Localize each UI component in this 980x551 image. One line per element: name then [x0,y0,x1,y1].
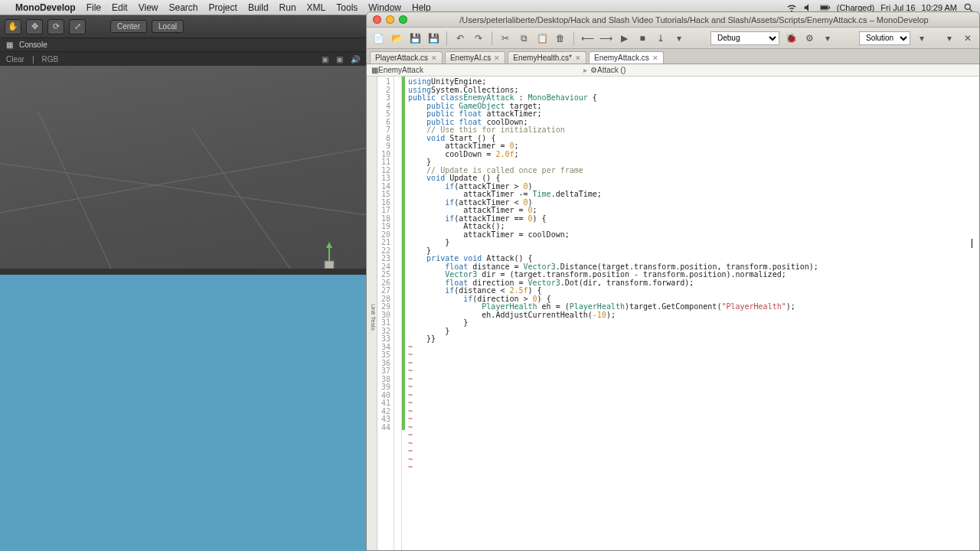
menu-project[interactable]: Project [209,2,237,13]
redo-icon[interactable]: ↷ [472,31,485,45]
monodevelop-window: /Users/peterlaliberte/Desktop/Hack and S… [366,11,980,551]
console-rgb[interactable]: RGB [42,55,59,64]
chevron-down-icon[interactable]: ▾ [915,31,929,45]
menubar-time: 10:29 AM [922,3,957,12]
hand-tool[interactable]: ✋ [5,19,21,34]
pivot-toggle[interactable]: Center [110,20,147,33]
unity-console-tab-row: ▦Console [0,38,366,52]
svg-point-3 [965,4,970,9]
scene-view[interactable] [0,66,366,269]
build-icon[interactable]: ▶ [617,31,631,45]
debug-icon2[interactable]: ⚙ [802,31,816,45]
svg-rect-1 [821,6,828,9]
editor-area: Unit Tests 1 2 3 4 5 6 7 8 9 10 11 12 13… [367,77,979,550]
console-tab[interactable]: Console [19,41,47,49]
editor-tab-row: PlayerAttack.cs✕EnemyAI.cs✕EnemyHealth.c… [367,49,979,64]
menu-edit[interactable]: Edit [112,2,128,13]
tab-close-icon[interactable]: ✕ [652,54,658,62]
window-title: /Users/peterlaliberte/Desktop/Hack and S… [415,15,973,24]
transform-gizmo[interactable] [322,242,345,269]
chevron-down-icon[interactable]: ▾ [672,31,686,45]
text-cursor [972,239,972,248]
save-icon[interactable]: 💾 [408,31,422,45]
nav-fwd-icon[interactable]: ⟶ [599,31,612,45]
console-clear[interactable]: Clear [6,55,24,64]
svg-line-4 [970,8,972,11]
tab-enemyaics[interactable]: EnemyAI.cs✕ [445,51,505,64]
close-icon[interactable]: ✕ [961,31,975,45]
undo-icon[interactable]: ↶ [453,31,467,45]
chevron-down-icon[interactable]: ▾ [821,31,835,45]
titlebar: /Users/peterlaliberte/Desktop/Hack and S… [367,12,979,28]
solution-select[interactable]: Solution [859,31,910,45]
tab-enemyattackcs[interactable]: EnemyAttack.cs✕ [589,51,664,64]
tab-close-icon[interactable]: ✕ [431,54,437,62]
stop-icon[interactable]: ■ [635,31,649,45]
delete-icon[interactable]: 🗑 [554,31,567,45]
breadcrumb-class[interactable]: EnemyAttack [378,66,423,74]
config-select[interactable]: Debug [710,31,779,45]
unity-window: ✋ ✥ ⟳ ⤢ Center Local ▦Console Clear | RG… [0,15,366,551]
side-panel-tab[interactable]: Unit Tests [367,77,377,550]
menu-tools[interactable]: Tools [336,2,358,13]
tab-close-icon[interactable]: ✕ [575,54,581,62]
unity-toolbar: ✋ ✥ ⟳ ⤢ Center Local [0,15,366,38]
breadcrumb[interactable]: ▦ EnemyAttack ▸ ⚙ Attack () [367,64,979,77]
cut-icon[interactable]: ✂ [498,31,512,45]
svg-rect-7 [325,261,334,269]
console-opt3[interactable]: 🔊 [351,55,360,64]
close-button[interactable] [373,15,381,24]
debug-icon1[interactable]: 🐞 [784,31,798,45]
minimize-button[interactable] [386,15,394,24]
new-file-icon[interactable]: 📄 [371,31,385,45]
line-gutter: 1 2 3 4 5 6 7 8 9 10 11 12 13 14 15 16 1… [377,77,394,550]
menubar-date: Fri Jul 16 [880,3,915,12]
scale-tool[interactable]: ⤢ [69,19,86,34]
zoom-button[interactable] [399,15,407,24]
menu-search[interactable]: Search [169,2,198,13]
menu-run[interactable]: Run [279,2,296,13]
app-name[interactable]: MonoDevelop [15,2,76,13]
menu-xml[interactable]: XML [307,2,326,13]
tab-enemyhealthcs[interactable]: EnemyHealth.cs*✕ [508,51,586,64]
chevron-down-icon[interactable]: ▾ [942,31,956,45]
breadcrumb-member[interactable]: Attack () [597,66,626,74]
rotate-tool[interactable]: ⟳ [47,19,64,34]
fold-column[interactable] [394,77,402,550]
unity-console-controls: Clear | RGB ▣ ▣ 🔊 [0,52,366,66]
nav-back-icon[interactable]: ⟵ [580,31,594,45]
code-area[interactable]: usingUnityEngine;usingSystem.Collections… [405,77,979,550]
menu-view[interactable]: View [139,2,158,13]
copy-icon[interactable]: ⧉ [517,31,531,45]
move-tool[interactable]: ✥ [26,19,43,34]
tab-close-icon[interactable]: ✕ [494,54,500,62]
svg-rect-2 [828,6,830,8]
battery-status: (Charged) [837,3,875,12]
paste-icon[interactable]: 📋 [535,31,549,45]
game-view[interactable] [0,275,366,551]
menu-file[interactable]: File [87,2,101,13]
menu-build[interactable]: Build [248,2,269,13]
tab-playerattackcs[interactable]: PlayerAttack.cs✕ [370,51,443,64]
console-opt1[interactable]: ▣ [322,55,328,64]
space-toggle[interactable]: Local [152,20,184,33]
step-icon[interactable]: ⤓ [654,31,668,45]
svg-marker-6 [326,242,332,248]
save-all-icon[interactable]: 💾 [426,31,440,45]
mono-toolbar: 📄 📂 💾 💾 ↶ ↷ ✂ ⧉ 📋 🗑 ⟵ ⟶ ▶ ■ ⤓ ▾ Debug 🐞 … [367,28,979,49]
unity-splitter[interactable] [0,269,366,275]
console-opt2[interactable]: ▣ [336,55,343,64]
open-icon[interactable]: 📂 [390,31,403,45]
